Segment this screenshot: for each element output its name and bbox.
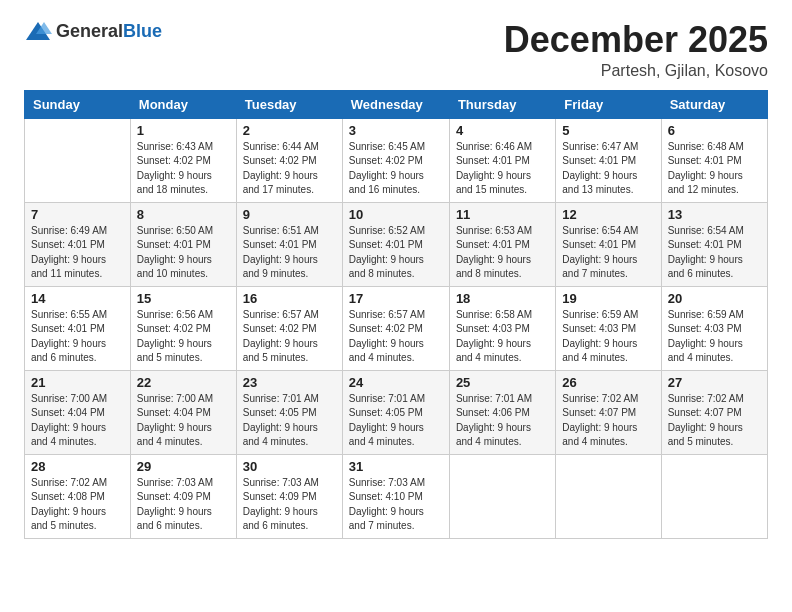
calendar-cell: 16Sunrise: 6:57 AM Sunset: 4:02 PM Dayli… <box>236 286 342 370</box>
calendar-cell <box>556 454 661 538</box>
day-info: Sunrise: 6:46 AM Sunset: 4:01 PM Dayligh… <box>456 140 549 198</box>
day-info: Sunrise: 7:02 AM Sunset: 4:07 PM Dayligh… <box>668 392 761 450</box>
calendar-cell: 15Sunrise: 6:56 AM Sunset: 4:02 PM Dayli… <box>130 286 236 370</box>
calendar-cell: 2Sunrise: 6:44 AM Sunset: 4:02 PM Daylig… <box>236 118 342 202</box>
calendar-cell: 8Sunrise: 6:50 AM Sunset: 4:01 PM Daylig… <box>130 202 236 286</box>
day-info: Sunrise: 7:01 AM Sunset: 4:05 PM Dayligh… <box>243 392 336 450</box>
day-number: 30 <box>243 459 336 474</box>
day-number: 4 <box>456 123 549 138</box>
day-info: Sunrise: 6:44 AM Sunset: 4:02 PM Dayligh… <box>243 140 336 198</box>
day-info: Sunrise: 6:48 AM Sunset: 4:01 PM Dayligh… <box>668 140 761 198</box>
day-number: 8 <box>137 207 230 222</box>
day-number: 1 <box>137 123 230 138</box>
day-number: 2 <box>243 123 336 138</box>
day-info: Sunrise: 6:43 AM Sunset: 4:02 PM Dayligh… <box>137 140 230 198</box>
day-info: Sunrise: 7:03 AM Sunset: 4:10 PM Dayligh… <box>349 476 443 534</box>
day-info: Sunrise: 6:58 AM Sunset: 4:03 PM Dayligh… <box>456 308 549 366</box>
header: GeneralBlue December 2025 Partesh, Gjila… <box>24 20 768 80</box>
calendar-cell: 7Sunrise: 6:49 AM Sunset: 4:01 PM Daylig… <box>25 202 131 286</box>
calendar-cell: 4Sunrise: 6:46 AM Sunset: 4:01 PM Daylig… <box>449 118 555 202</box>
day-info: Sunrise: 6:57 AM Sunset: 4:02 PM Dayligh… <box>243 308 336 366</box>
day-number: 24 <box>349 375 443 390</box>
day-info: Sunrise: 6:45 AM Sunset: 4:02 PM Dayligh… <box>349 140 443 198</box>
calendar-cell: 27Sunrise: 7:02 AM Sunset: 4:07 PM Dayli… <box>661 370 767 454</box>
calendar-cell: 17Sunrise: 6:57 AM Sunset: 4:02 PM Dayli… <box>342 286 449 370</box>
calendar-cell <box>25 118 131 202</box>
day-info: Sunrise: 7:01 AM Sunset: 4:06 PM Dayligh… <box>456 392 549 450</box>
day-info: Sunrise: 6:49 AM Sunset: 4:01 PM Dayligh… <box>31 224 124 282</box>
calendar-cell: 25Sunrise: 7:01 AM Sunset: 4:06 PM Dayli… <box>449 370 555 454</box>
day-info: Sunrise: 7:00 AM Sunset: 4:04 PM Dayligh… <box>137 392 230 450</box>
month-title: December 2025 <box>504 20 768 60</box>
day-number: 3 <box>349 123 443 138</box>
calendar-cell: 19Sunrise: 6:59 AM Sunset: 4:03 PM Dayli… <box>556 286 661 370</box>
col-monday: Monday <box>130 90 236 118</box>
day-info: Sunrise: 6:57 AM Sunset: 4:02 PM Dayligh… <box>349 308 443 366</box>
day-number: 25 <box>456 375 549 390</box>
day-number: 14 <box>31 291 124 306</box>
calendar-cell: 14Sunrise: 6:55 AM Sunset: 4:01 PM Dayli… <box>25 286 131 370</box>
day-number: 26 <box>562 375 654 390</box>
calendar-cell: 9Sunrise: 6:51 AM Sunset: 4:01 PM Daylig… <box>236 202 342 286</box>
day-number: 22 <box>137 375 230 390</box>
day-number: 31 <box>349 459 443 474</box>
day-info: Sunrise: 6:59 AM Sunset: 4:03 PM Dayligh… <box>668 308 761 366</box>
calendar-cell: 30Sunrise: 7:03 AM Sunset: 4:09 PM Dayli… <box>236 454 342 538</box>
day-number: 27 <box>668 375 761 390</box>
location-subtitle: Partesh, Gjilan, Kosovo <box>504 62 768 80</box>
calendar-cell: 1Sunrise: 6:43 AM Sunset: 4:02 PM Daylig… <box>130 118 236 202</box>
calendar-cell: 6Sunrise: 6:48 AM Sunset: 4:01 PM Daylig… <box>661 118 767 202</box>
calendar-cell: 3Sunrise: 6:45 AM Sunset: 4:02 PM Daylig… <box>342 118 449 202</box>
day-number: 6 <box>668 123 761 138</box>
day-number: 21 <box>31 375 124 390</box>
col-sunday: Sunday <box>25 90 131 118</box>
day-number: 11 <box>456 207 549 222</box>
logo-icon <box>24 20 52 42</box>
col-saturday: Saturday <box>661 90 767 118</box>
day-info: Sunrise: 6:59 AM Sunset: 4:03 PM Dayligh… <box>562 308 654 366</box>
day-number: 16 <box>243 291 336 306</box>
day-number: 28 <box>31 459 124 474</box>
logo-general: General <box>56 21 123 41</box>
calendar-cell: 13Sunrise: 6:54 AM Sunset: 4:01 PM Dayli… <box>661 202 767 286</box>
col-thursday: Thursday <box>449 90 555 118</box>
day-info: Sunrise: 7:02 AM Sunset: 4:08 PM Dayligh… <box>31 476 124 534</box>
calendar-cell: 29Sunrise: 7:03 AM Sunset: 4:09 PM Dayli… <box>130 454 236 538</box>
calendar-cell: 21Sunrise: 7:00 AM Sunset: 4:04 PM Dayli… <box>25 370 131 454</box>
calendar-cell: 26Sunrise: 7:02 AM Sunset: 4:07 PM Dayli… <box>556 370 661 454</box>
title-section: December 2025 Partesh, Gjilan, Kosovo <box>504 20 768 80</box>
day-info: Sunrise: 6:47 AM Sunset: 4:01 PM Dayligh… <box>562 140 654 198</box>
day-number: 13 <box>668 207 761 222</box>
day-info: Sunrise: 6:54 AM Sunset: 4:01 PM Dayligh… <box>668 224 761 282</box>
day-info: Sunrise: 7:00 AM Sunset: 4:04 PM Dayligh… <box>31 392 124 450</box>
table-row: 7Sunrise: 6:49 AM Sunset: 4:01 PM Daylig… <box>25 202 768 286</box>
day-info: Sunrise: 6:54 AM Sunset: 4:01 PM Dayligh… <box>562 224 654 282</box>
day-info: Sunrise: 6:55 AM Sunset: 4:01 PM Dayligh… <box>31 308 124 366</box>
calendar-cell: 22Sunrise: 7:00 AM Sunset: 4:04 PM Dayli… <box>130 370 236 454</box>
day-number: 20 <box>668 291 761 306</box>
calendar-cell: 28Sunrise: 7:02 AM Sunset: 4:08 PM Dayli… <box>25 454 131 538</box>
day-info: Sunrise: 6:56 AM Sunset: 4:02 PM Dayligh… <box>137 308 230 366</box>
day-info: Sunrise: 7:03 AM Sunset: 4:09 PM Dayligh… <box>243 476 336 534</box>
table-row: 21Sunrise: 7:00 AM Sunset: 4:04 PM Dayli… <box>25 370 768 454</box>
day-number: 12 <box>562 207 654 222</box>
calendar-cell: 10Sunrise: 6:52 AM Sunset: 4:01 PM Dayli… <box>342 202 449 286</box>
col-wednesday: Wednesday <box>342 90 449 118</box>
calendar-cell: 18Sunrise: 6:58 AM Sunset: 4:03 PM Dayli… <box>449 286 555 370</box>
table-row: 14Sunrise: 6:55 AM Sunset: 4:01 PM Dayli… <box>25 286 768 370</box>
day-info: Sunrise: 6:53 AM Sunset: 4:01 PM Dayligh… <box>456 224 549 282</box>
day-number: 29 <box>137 459 230 474</box>
calendar-header-row: Sunday Monday Tuesday Wednesday Thursday… <box>25 90 768 118</box>
logo-blue: Blue <box>123 21 162 41</box>
day-info: Sunrise: 7:02 AM Sunset: 4:07 PM Dayligh… <box>562 392 654 450</box>
day-number: 17 <box>349 291 443 306</box>
calendar-cell: 23Sunrise: 7:01 AM Sunset: 4:05 PM Dayli… <box>236 370 342 454</box>
day-info: Sunrise: 6:52 AM Sunset: 4:01 PM Dayligh… <box>349 224 443 282</box>
table-row: 1Sunrise: 6:43 AM Sunset: 4:02 PM Daylig… <box>25 118 768 202</box>
calendar-cell <box>449 454 555 538</box>
day-number: 5 <box>562 123 654 138</box>
day-number: 19 <box>562 291 654 306</box>
day-number: 15 <box>137 291 230 306</box>
calendar-table: Sunday Monday Tuesday Wednesday Thursday… <box>24 90 768 539</box>
calendar-cell: 31Sunrise: 7:03 AM Sunset: 4:10 PM Dayli… <box>342 454 449 538</box>
